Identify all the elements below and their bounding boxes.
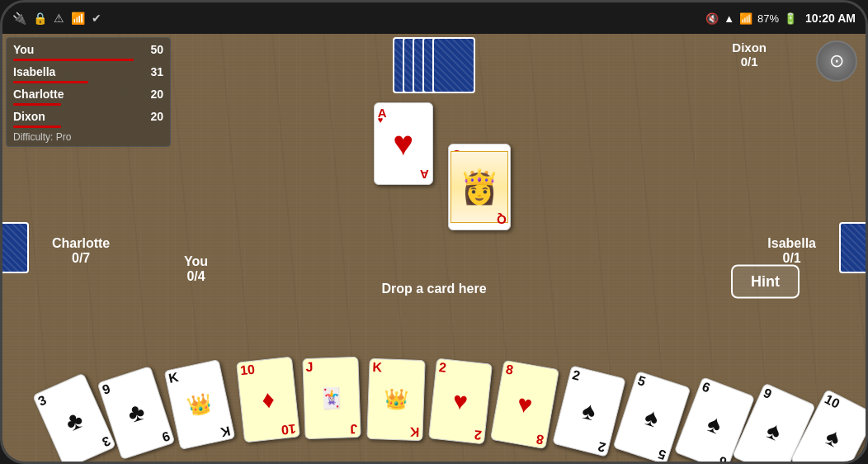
compass-icon[interactable]: ⊙ (816, 40, 857, 82)
deck-card-5 (432, 37, 475, 93)
hand-card-10d-rank-top: 10 (239, 359, 290, 377)
lock-icon: 🔒 (33, 12, 47, 25)
hand-card-kc-rank-bot: K (219, 424, 232, 438)
time-display: 10:20 AM (805, 12, 856, 25)
hand-card-2s-suit: ♠ (579, 396, 599, 427)
hand-card-kd-rank-bot: K (410, 425, 420, 438)
score-row-isabella: Isabella 31 (13, 64, 163, 80)
drop-zone[interactable]: Drop a card here (381, 282, 486, 296)
hand-card-9c-suit: ♣ (124, 397, 148, 428)
hand-card-kd-face: 👑 (384, 387, 409, 411)
hand-area: 3 ♣ 3 9 ♣ 9 K 👑 K 10 ♦ 10 (38, 361, 830, 464)
ace-rank-bot: A (420, 168, 429, 182)
score-value-dixon: 20 (139, 110, 163, 123)
player-charlotte-info: Charlotte 0/7 (52, 236, 110, 266)
score-name-charlotte: Charlotte (13, 88, 139, 101)
hand-card-10s-suit: ♠ (821, 422, 846, 453)
hand-card-2h-rank-top: 2 (438, 361, 488, 379)
charlotte-name: Charlotte (52, 236, 110, 251)
left-deck (0, 222, 29, 273)
alert-icon: ⚠ (54, 12, 64, 25)
player-isabella-info: Isabella 0/1 (767, 236, 816, 266)
hand-card-8h-suit: ♥ (515, 390, 534, 420)
left-deck-card (0, 222, 29, 273)
score-name-you: You (13, 43, 139, 56)
hand-card-kd[interactable]: K 👑 K (366, 358, 425, 441)
hand-card-10d-rank-bot: 10 (281, 422, 296, 437)
hand-card-2h-rank-bot: 2 (474, 428, 483, 442)
score-name-isabella: Isabella (13, 65, 139, 78)
hand-card-9s-rank-top: 9 (762, 386, 812, 419)
check-icon: ✔ (92, 12, 101, 25)
score-value-you: 50 (139, 43, 163, 56)
hand-card-9s-suit: ♠ (762, 415, 785, 447)
score-panel: You 50 Isabella 31 Charlotte 20 Dixon 20… (6, 37, 171, 147)
hand-card-kc[interactable]: K 👑 K (164, 359, 236, 450)
hand-card-8h[interactable]: 8 ♥ 8 (490, 360, 559, 449)
score-row-charlotte: Charlotte 20 (13, 86, 163, 102)
queen-face-body: 👸 (451, 151, 508, 223)
phone-frame: 🔌 🔒 ⚠ 📶 ✔ 🔇 ▲ 📶 87% 🔋 10:20 AM You 50 Is… (0, 0, 868, 464)
hand-card-kc-rank-top: K (167, 362, 219, 386)
ace-suit-top: ♥ (378, 115, 384, 125)
compass-symbol: ⊙ (829, 50, 844, 72)
ace-of-hearts[interactable]: A ♥ ♥ A (374, 102, 433, 185)
signal-icon: 📶 (739, 12, 752, 25)
hand-card-jd[interactable]: J 🃏 J (302, 357, 361, 439)
difficulty-label: Difficulty: Pro (13, 131, 163, 143)
score-value-isabella: 31 (139, 65, 163, 78)
queen-rank-bot: Q (497, 213, 507, 227)
hand-card-6s-rank-bot: 6 (717, 454, 729, 464)
charlotte-score: 0/7 (52, 251, 110, 266)
hand-card-10s-rank-top: 10 (823, 392, 868, 426)
hand-card-kd-rank-top: K (372, 361, 422, 376)
battery-icon: 🔋 (784, 12, 797, 25)
score-row-dixon: Dixon 20 (13, 108, 163, 125)
hand-card-2s-rank-top: 2 (571, 368, 622, 393)
hand-card-jd-face: 🃏 (319, 386, 345, 410)
dixon-name: Dixon (732, 40, 767, 54)
dixon-score: 0/1 (732, 54, 767, 69)
score-bar-you (13, 59, 134, 61)
hand-card-kc-face: 👑 (185, 391, 214, 419)
isabella-score: 0/1 (767, 251, 816, 266)
battery-percent: 87% (757, 12, 779, 25)
score-name-dixon: Dixon (13, 110, 139, 123)
right-deck-card (839, 222, 868, 273)
isabella-name: Isabella (767, 236, 816, 251)
score-row-you: You 50 (13, 41, 163, 58)
hand-card-2h[interactable]: 2 ♥ 2 (428, 358, 493, 445)
score-bar-charlotte (13, 103, 61, 106)
top-deck[interactable] (393, 37, 475, 93)
player-dixon-info: Dixon 0/1 (732, 40, 767, 69)
status-icons-left: 🔌 🔒 ⚠ 📶 ✔ (12, 12, 101, 25)
queen-of-hearts[interactable]: Q ♥ 👸 Q (448, 144, 511, 230)
hand-card-5s-suit: ♠ (641, 402, 663, 433)
hand-card-10d[interactable]: 10 ♦ 10 (236, 357, 300, 443)
usb-icon: 🔌 (12, 12, 26, 25)
hand-card-9c-rank-top: 9 (101, 369, 152, 397)
hand-card-5s-rank-bot: 5 (657, 447, 668, 462)
queen-face-emoji: 👸 (459, 168, 500, 206)
hand-card-3c-rank-top: 3 (36, 376, 87, 409)
hand-card-5s-rank-top: 5 (636, 374, 687, 402)
hand-card-2s-rank-bot: 2 (597, 439, 607, 454)
drop-zone-text: Drop a card here (381, 282, 486, 296)
hand-card-8h-rank-bot: 8 (535, 432, 545, 446)
wifi-icon: 📶 (71, 12, 85, 25)
hand-card-9s-rank-bot: 9 (775, 461, 787, 464)
hint-button[interactable]: Hint (731, 265, 800, 299)
ace-suit-center: ♥ (393, 124, 413, 163)
you-name: You (184, 254, 208, 269)
hand-card-3c-rank-bot: 3 (100, 433, 112, 448)
hand-card-jd-rank-top: J (305, 359, 356, 374)
status-bar: 🔌 🔒 ⚠ 📶 ✔ 🔇 ▲ 📶 87% 🔋 10:20 AM (2, 2, 866, 34)
wifi-signal-icon: ▲ (724, 12, 734, 25)
hand-card-8h-rank-top: 8 (505, 362, 556, 384)
hand-card-10d-suit: ♦ (261, 385, 276, 414)
right-deck (839, 222, 868, 273)
player-you-info: You 0/4 (184, 254, 208, 284)
you-score: 0/4 (184, 269, 208, 284)
hint-label: Hint (751, 273, 780, 290)
hand-card-9c-rank-bot: 9 (160, 428, 171, 443)
